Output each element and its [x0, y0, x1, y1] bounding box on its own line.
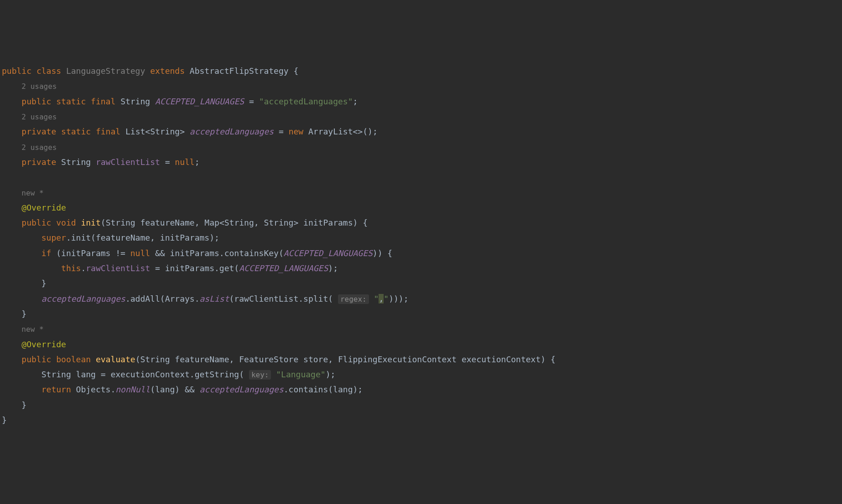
expr: )) {: [373, 248, 392, 258]
string-literal: "acceptedLanguages": [259, 97, 353, 106]
expr: = initParams.get(: [150, 263, 239, 273]
expr: );: [326, 370, 336, 379]
code-line: super.init(featureName, initParams);: [42, 233, 219, 242]
keyword-new: new: [289, 127, 304, 136]
keyword-if: if: [42, 248, 52, 258]
parent-class: AbstractFlipStrategy: [190, 66, 289, 76]
expr: (initParams !=: [51, 248, 130, 258]
code-line: this.rawClientList = initParams.get(ACCE…: [61, 263, 338, 273]
brace-close: }: [21, 400, 26, 410]
annotation-override: @Override: [21, 203, 66, 212]
keyword-extends: extends: [150, 66, 185, 76]
brace: {: [293, 66, 298, 76]
keyword-static: static: [61, 127, 91, 136]
usage-hint[interactable]: 2 usages: [21, 82, 57, 91]
field-name: acceptedLanguages: [190, 127, 274, 136]
brace-close: }: [21, 309, 26, 319]
field-ref: rawClientList: [86, 263, 150, 273]
code-line: String lang = executionContext.getString…: [42, 370, 336, 379]
dot: .: [81, 263, 86, 273]
semicolon: ;: [353, 97, 358, 106]
expr: (lang) &&: [150, 385, 199, 394]
method-params: (String featureName, Map<String, String>…: [101, 218, 368, 227]
constructor: ArrayList<>(): [308, 127, 373, 136]
param-hint-regex: regex:: [338, 294, 369, 304]
expr: && initParams.containsKey(: [150, 248, 284, 258]
field-name: rawClientList: [96, 157, 160, 167]
string-close: ": [384, 294, 389, 303]
code-line: public boolean evaluate(String featureNa…: [21, 355, 555, 364]
code-line: return Objects.nonNull(lang) && accepted…: [42, 385, 363, 394]
code-line: public void init(String featureName, Map…: [21, 218, 368, 227]
semicolon: ;: [195, 157, 200, 167]
semicolon: ;: [373, 127, 378, 136]
code-line: public static final String ACCEPTED_LANG…: [21, 97, 358, 106]
keyword-null: null: [130, 248, 150, 258]
usage-hint[interactable]: 2 usages: [21, 143, 57, 152]
code-line: acceptedLanguages.addAll(Arrays.asList(r…: [42, 294, 409, 303]
keyword-null: null: [175, 157, 194, 167]
static-method: nonNull: [115, 385, 150, 394]
keyword-final: final: [96, 127, 120, 136]
string-open: ": [369, 294, 379, 303]
code-line: public class LanguageStrategy extends Ab…: [2, 66, 298, 76]
method-name-evaluate: evaluate: [96, 355, 135, 364]
type-list: List<String>: [125, 127, 185, 136]
expr: Objects.: [71, 385, 116, 394]
keyword-super: super: [42, 233, 66, 242]
static-method: asList: [200, 294, 229, 303]
string-literal: "Language": [271, 370, 325, 379]
vcs-hint[interactable]: new *: [21, 189, 43, 197]
operator-eq: =: [249, 97, 254, 106]
keyword-class: class: [36, 66, 61, 76]
constant-ref: ACCEPTED_LANGUAGES: [284, 248, 373, 258]
vcs-hint[interactable]: new *: [21, 325, 43, 334]
constant-ref: ACCEPTED_LANGUAGES: [239, 263, 328, 273]
keyword-private: private: [21, 157, 56, 167]
keyword-public: public: [21, 355, 51, 364]
type-string: String: [61, 157, 91, 167]
constant-name: ACCEPTED_LANGUAGES: [155, 97, 244, 106]
expr: (rawClientList.split(: [229, 294, 333, 303]
keyword-void: void: [56, 218, 76, 227]
method-call: .addAll(Arrays.: [125, 294, 200, 303]
code-line: if (initParams != null && initParams.con…: [42, 248, 392, 258]
code-line: private static final List<String> accept…: [21, 127, 377, 136]
expr: )));: [389, 294, 408, 303]
keyword-final: final: [91, 97, 115, 106]
method-name-init: init: [81, 218, 100, 227]
operator-eq: =: [165, 157, 170, 167]
keyword-this: this: [61, 263, 81, 273]
string-comma: ,: [379, 294, 384, 303]
keyword-static: static: [56, 97, 86, 106]
keyword-return: return: [42, 385, 71, 394]
method-params: (String featureName, FeatureStore store,…: [135, 355, 556, 364]
type-string: String: [120, 97, 150, 106]
field-ref: acceptedLanguages: [42, 294, 125, 303]
keyword-private: private: [21, 127, 56, 136]
keyword-public: public: [21, 97, 51, 106]
expr: .contains(lang);: [284, 385, 363, 394]
brace-close: }: [2, 415, 7, 425]
keyword-boolean: boolean: [56, 355, 91, 364]
class-name: LanguageStrategy: [66, 66, 145, 76]
field-ref: acceptedLanguages: [200, 385, 284, 394]
param-hint-key: key:: [249, 370, 271, 380]
operator-eq: =: [279, 127, 284, 136]
keyword-public: public: [2, 66, 31, 76]
annotation-override: @Override: [21, 339, 66, 349]
keyword-public: public: [21, 218, 51, 227]
usage-hint[interactable]: 2 usages: [21, 113, 57, 121]
method-call: .init(featureName, initParams);: [66, 233, 219, 242]
expr: );: [328, 263, 338, 273]
code-editor[interactable]: public class LanguageStrategy extends Ab…: [0, 63, 842, 427]
code-line: private String rawClientList = null;: [21, 157, 199, 167]
expr: String lang = executionContext.getString…: [42, 370, 244, 379]
brace-close: }: [42, 278, 47, 288]
